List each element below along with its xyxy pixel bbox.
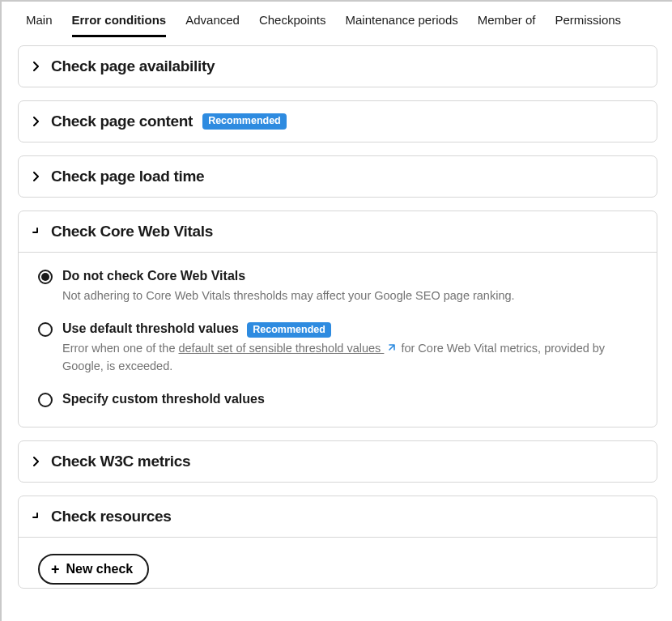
- radio-label: Do not check Core Web Vitals: [62, 269, 245, 283]
- panel-title: Check page content: [51, 113, 193, 130]
- chevron-right-icon: [32, 457, 41, 466]
- chevron-right-icon: [32, 117, 41, 126]
- panel-header-content[interactable]: Check page content Recommended: [19, 101, 657, 142]
- chevron-right-icon: [32, 172, 41, 181]
- panel-title: Check page load time: [51, 168, 204, 185]
- plus-icon: +: [51, 562, 60, 576]
- panel-header-loadtime[interactable]: Check page load time: [19, 156, 657, 197]
- radio-description: Error when one of the default set of sen…: [62, 340, 637, 374]
- new-check-label: New check: [66, 562, 134, 576]
- tab-member-of[interactable]: Member of: [478, 10, 536, 37]
- panel-header-core-web-vitals[interactable]: Check Core Web Vitals: [19, 211, 657, 253]
- radio-content: Specify custom threshold values: [62, 392, 637, 406]
- tab-maintenance-periods[interactable]: Maintenance periods: [345, 10, 457, 37]
- radio-content: Use default threshold values Recommended…: [62, 321, 637, 374]
- panel-content: Check page content Recommended: [18, 100, 657, 142]
- radio-input[interactable]: [38, 393, 53, 407]
- panel-header-resources[interactable]: Check resources: [19, 496, 657, 538]
- panel-title: Check W3C metrics: [51, 453, 190, 470]
- panel-title: Check resources: [51, 508, 172, 525]
- panel-availability: Check page availability: [18, 45, 657, 87]
- tabs-bar: Main Error conditions Advanced Checkpoin…: [3, 2, 672, 37]
- radio-input[interactable]: [38, 270, 53, 284]
- desc-pre: Error when one of the: [62, 342, 178, 355]
- new-check-button[interactable]: + New check: [38, 554, 149, 585]
- panel-resources: Check resources + New check: [18, 496, 657, 589]
- radio-input[interactable]: [38, 322, 53, 337]
- radio-option-do-not-check: Do not check Core Web Vitals Not adherin…: [38, 269, 637, 304]
- collapse-icon: [32, 227, 41, 236]
- radio-option-default-thresholds: Use default threshold values Recommended…: [38, 321, 637, 374]
- panel-title: Check Core Web Vitals: [51, 223, 213, 240]
- radio-label: Use default threshold values: [62, 321, 239, 335]
- radio-content: Do not check Core Web Vitals Not adherin…: [62, 269, 637, 304]
- recommended-badge: Recommended: [202, 113, 287, 130]
- radio-option-custom-thresholds: Specify custom threshold values: [38, 392, 637, 407]
- collapse-icon: [32, 512, 41, 521]
- tab-advanced[interactable]: Advanced: [185, 10, 240, 37]
- external-link-icon: [386, 341, 396, 357]
- panels-container: Check page availability Check page conte…: [3, 37, 672, 589]
- panel-header-availability[interactable]: Check page availability: [19, 46, 657, 87]
- radio-label: Specify custom threshold values: [62, 392, 265, 406]
- threshold-link[interactable]: default set of sensible threshold values: [178, 342, 384, 355]
- chevron-right-icon: [32, 62, 41, 71]
- tab-error-conditions[interactable]: Error conditions: [72, 10, 167, 37]
- tab-checkpoints[interactable]: Checkpoints: [259, 10, 326, 37]
- panel-w3c-metrics: Check W3C metrics: [18, 440, 657, 483]
- recommended-badge: Recommended: [247, 322, 331, 338]
- panel-loadtime: Check page load time: [18, 155, 657, 198]
- panel-title: Check page availability: [51, 57, 215, 75]
- panel-body-core-web-vitals: Do not check Core Web Vitals Not adherin…: [19, 253, 657, 427]
- radio-description: Not adhering to Core Web Vitals threshol…: [62, 287, 637, 304]
- tab-main[interactable]: Main: [26, 10, 53, 37]
- tab-permissions[interactable]: Permissions: [555, 10, 621, 37]
- panel-header-w3c-metrics[interactable]: Check W3C metrics: [19, 441, 657, 482]
- panel-core-web-vitals: Check Core Web Vitals Do not check Core …: [18, 211, 657, 427]
